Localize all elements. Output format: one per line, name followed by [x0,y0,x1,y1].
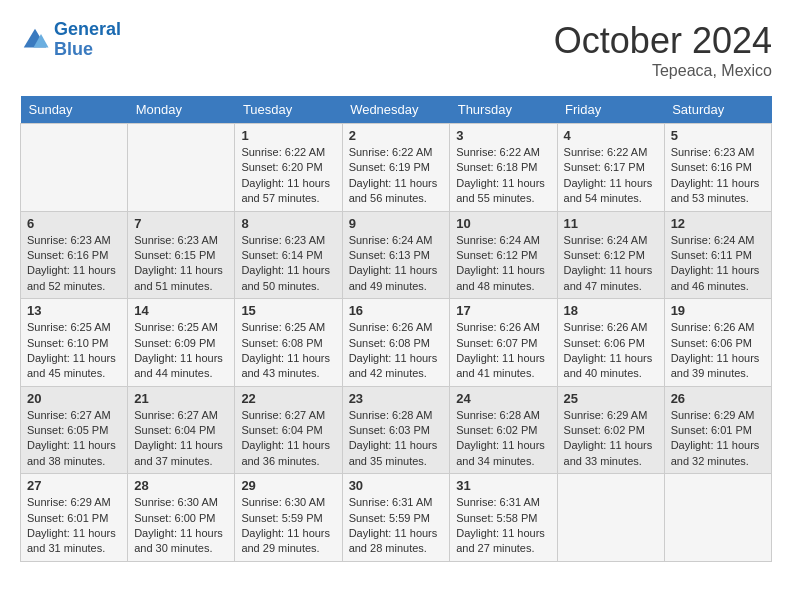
sunset-text: Sunset: 6:10 PM [27,337,108,349]
day-info: Sunrise: 6:24 AMSunset: 6:12 PMDaylight:… [564,233,658,295]
daylight-text: Daylight: 11 hours and 39 minutes. [671,352,760,379]
calendar-cell: 10Sunrise: 6:24 AMSunset: 6:12 PMDayligh… [450,211,557,299]
sunrise-text: Sunrise: 6:30 AM [134,496,218,508]
logo: General Blue [20,20,121,60]
sunset-text: Sunset: 6:04 PM [134,424,215,436]
calendar-cell: 15Sunrise: 6:25 AMSunset: 6:08 PMDayligh… [235,299,342,387]
logo-general: General [54,19,121,39]
daylight-text: Daylight: 11 hours and 52 minutes. [27,264,116,291]
day-info: Sunrise: 6:23 AMSunset: 6:16 PMDaylight:… [27,233,121,295]
calendar-cell: 3Sunrise: 6:22 AMSunset: 6:18 PMDaylight… [450,124,557,212]
day-number: 1 [241,128,335,143]
sunset-text: Sunset: 6:07 PM [456,337,537,349]
weekday-header-friday: Friday [557,96,664,124]
calendar-cell: 12Sunrise: 6:24 AMSunset: 6:11 PMDayligh… [664,211,771,299]
daylight-text: Daylight: 11 hours and 47 minutes. [564,264,653,291]
sunrise-text: Sunrise: 6:27 AM [27,409,111,421]
weekday-header-tuesday: Tuesday [235,96,342,124]
sunrise-text: Sunrise: 6:26 AM [564,321,648,333]
sunset-text: Sunset: 6:20 PM [241,161,322,173]
day-info: Sunrise: 6:31 AMSunset: 5:58 PMDaylight:… [456,495,550,557]
day-info: Sunrise: 6:22 AMSunset: 6:18 PMDaylight:… [456,145,550,207]
sunrise-text: Sunrise: 6:22 AM [241,146,325,158]
day-number: 27 [27,478,121,493]
sunset-text: Sunset: 5:58 PM [456,512,537,524]
sunrise-text: Sunrise: 6:22 AM [349,146,433,158]
daylight-text: Daylight: 11 hours and 35 minutes. [349,439,438,466]
day-number: 30 [349,478,444,493]
daylight-text: Daylight: 11 hours and 38 minutes. [27,439,116,466]
logo-icon [20,25,50,55]
calendar-cell: 14Sunrise: 6:25 AMSunset: 6:09 PMDayligh… [128,299,235,387]
daylight-text: Daylight: 11 hours and 34 minutes. [456,439,545,466]
calendar-week-row: 20Sunrise: 6:27 AMSunset: 6:05 PMDayligh… [21,386,772,474]
daylight-text: Daylight: 11 hours and 29 minutes. [241,527,330,554]
sunset-text: Sunset: 6:14 PM [241,249,322,261]
daylight-text: Daylight: 11 hours and 36 minutes. [241,439,330,466]
sunrise-text: Sunrise: 6:24 AM [671,234,755,246]
calendar-cell: 21Sunrise: 6:27 AMSunset: 6:04 PMDayligh… [128,386,235,474]
sunset-text: Sunset: 6:00 PM [134,512,215,524]
sunset-text: Sunset: 6:09 PM [134,337,215,349]
calendar-table: SundayMondayTuesdayWednesdayThursdayFrid… [20,96,772,562]
day-number: 7 [134,216,228,231]
sunset-text: Sunset: 6:02 PM [564,424,645,436]
calendar-cell: 30Sunrise: 6:31 AMSunset: 5:59 PMDayligh… [342,474,450,562]
day-number: 19 [671,303,765,318]
calendar-week-row: 6Sunrise: 6:23 AMSunset: 6:16 PMDaylight… [21,211,772,299]
daylight-text: Daylight: 11 hours and 32 minutes. [671,439,760,466]
daylight-text: Daylight: 11 hours and 53 minutes. [671,177,760,204]
calendar-cell: 19Sunrise: 6:26 AMSunset: 6:06 PMDayligh… [664,299,771,387]
weekday-header-thursday: Thursday [450,96,557,124]
sunrise-text: Sunrise: 6:29 AM [564,409,648,421]
logo-text: General Blue [54,20,121,60]
day-info: Sunrise: 6:26 AMSunset: 6:06 PMDaylight:… [564,320,658,382]
calendar-cell [128,124,235,212]
sunset-text: Sunset: 6:13 PM [349,249,430,261]
day-number: 25 [564,391,658,406]
sunrise-text: Sunrise: 6:27 AM [241,409,325,421]
day-info: Sunrise: 6:30 AMSunset: 6:00 PMDaylight:… [134,495,228,557]
daylight-text: Daylight: 11 hours and 51 minutes. [134,264,223,291]
sunrise-text: Sunrise: 6:26 AM [671,321,755,333]
sunrise-text: Sunrise: 6:24 AM [456,234,540,246]
calendar-cell: 16Sunrise: 6:26 AMSunset: 6:08 PMDayligh… [342,299,450,387]
day-number: 12 [671,216,765,231]
daylight-text: Daylight: 11 hours and 54 minutes. [564,177,653,204]
page-header: General Blue October 2024 Tepeaca, Mexic… [20,20,772,80]
sunrise-text: Sunrise: 6:28 AM [349,409,433,421]
day-info: Sunrise: 6:25 AMSunset: 6:09 PMDaylight:… [134,320,228,382]
day-info: Sunrise: 6:30 AMSunset: 5:59 PMDaylight:… [241,495,335,557]
sunrise-text: Sunrise: 6:24 AM [349,234,433,246]
sunset-text: Sunset: 5:59 PM [349,512,430,524]
sunrise-text: Sunrise: 6:25 AM [27,321,111,333]
day-number: 15 [241,303,335,318]
day-number: 10 [456,216,550,231]
day-number: 29 [241,478,335,493]
day-number: 31 [456,478,550,493]
day-info: Sunrise: 6:24 AMSunset: 6:12 PMDaylight:… [456,233,550,295]
daylight-text: Daylight: 11 hours and 33 minutes. [564,439,653,466]
day-info: Sunrise: 6:22 AMSunset: 6:20 PMDaylight:… [241,145,335,207]
daylight-text: Daylight: 11 hours and 41 minutes. [456,352,545,379]
sunrise-text: Sunrise: 6:23 AM [241,234,325,246]
day-info: Sunrise: 6:23 AMSunset: 6:14 PMDaylight:… [241,233,335,295]
sunset-text: Sunset: 6:18 PM [456,161,537,173]
calendar-cell [664,474,771,562]
sunrise-text: Sunrise: 6:31 AM [456,496,540,508]
location-subtitle: Tepeaca, Mexico [554,62,772,80]
day-number: 13 [27,303,121,318]
sunset-text: Sunset: 6:08 PM [241,337,322,349]
day-info: Sunrise: 6:26 AMSunset: 6:06 PMDaylight:… [671,320,765,382]
calendar-week-row: 13Sunrise: 6:25 AMSunset: 6:10 PMDayligh… [21,299,772,387]
calendar-cell: 29Sunrise: 6:30 AMSunset: 5:59 PMDayligh… [235,474,342,562]
daylight-text: Daylight: 11 hours and 40 minutes. [564,352,653,379]
calendar-cell: 24Sunrise: 6:28 AMSunset: 6:02 PMDayligh… [450,386,557,474]
day-number: 3 [456,128,550,143]
day-info: Sunrise: 6:31 AMSunset: 5:59 PMDaylight:… [349,495,444,557]
sunset-text: Sunset: 6:06 PM [564,337,645,349]
logo-blue: Blue [54,39,93,59]
daylight-text: Daylight: 11 hours and 49 minutes. [349,264,438,291]
daylight-text: Daylight: 11 hours and 56 minutes. [349,177,438,204]
day-number: 23 [349,391,444,406]
